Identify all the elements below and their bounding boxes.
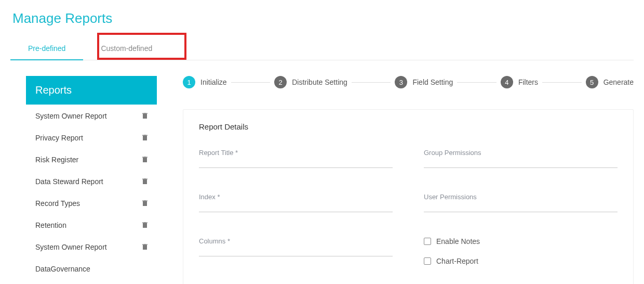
field-label: Columns * [199, 237, 393, 247]
tabs: Pre-defined Custom-defined [10, 37, 634, 60]
step-initialize[interactable]: 1 Initialize [183, 76, 227, 88]
sidebar-item-risk-register[interactable]: Risk Register [26, 148, 157, 170]
svg-rect-2 [144, 113, 146, 113]
trash-icon[interactable] [142, 200, 147, 206]
field-label: User Permissions [424, 193, 618, 203]
sidebar-item-label: Privacy Report [35, 134, 83, 142]
svg-rect-5 [144, 135, 146, 135]
svg-rect-18 [143, 245, 147, 250]
reports-sidebar: Reports System Owner Report Privacy Repo… [26, 76, 157, 284]
sidebar-item-system-owner-report[interactable]: System Owner Report [26, 105, 157, 126]
step-label: Initialize [200, 78, 227, 86]
field-label: Index * [199, 193, 393, 203]
step-generate[interactable]: 5 Generate [586, 76, 634, 88]
step-number: 5 [586, 76, 598, 88]
sidebar-item-label: System Owner Report [35, 112, 107, 120]
svg-rect-0 [143, 114, 147, 119]
step-divider [457, 82, 497, 83]
sidebar-item-label: System Owner Report [35, 243, 107, 251]
step-divider [231, 82, 271, 83]
user-permissions-field[interactable]: User Permissions [424, 193, 618, 212]
step-field-setting[interactable]: 3 Field Setting [395, 76, 453, 88]
trash-icon[interactable] [142, 135, 147, 141]
step-distribute-setting[interactable]: 2 Distribute Setting [274, 76, 347, 88]
step-label: Filters [518, 78, 538, 86]
group-permissions-field[interactable]: Group Permissions [424, 149, 618, 168]
columns-field[interactable]: Columns * [199, 237, 393, 256]
svg-rect-11 [144, 178, 146, 179]
svg-rect-3 [143, 136, 147, 140]
sidebar-item-label: Record Types [35, 199, 80, 208]
svg-rect-20 [144, 244, 146, 244]
svg-rect-6 [143, 158, 147, 162]
sidebar-item-data-steward-report[interactable]: Data Steward Report [26, 170, 157, 192]
svg-rect-17 [144, 222, 146, 223]
trash-icon[interactable] [142, 222, 147, 228]
svg-rect-15 [143, 223, 147, 228]
step-label: Distribute Setting [292, 78, 347, 86]
sidebar-item-system-owner-report-2[interactable]: System Owner Report [26, 236, 157, 257]
checkbox-label: Chart-Report [436, 257, 478, 265]
sidebar-item-label: Retention [35, 221, 66, 229]
checkbox-icon [424, 238, 431, 245]
step-number: 1 [183, 76, 195, 88]
sidebar-item-privacy-report[interactable]: Privacy Report [26, 126, 157, 148]
svg-rect-14 [144, 200, 146, 201]
index-field[interactable]: Index * [199, 193, 393, 212]
trash-icon[interactable] [142, 244, 147, 250]
stepper: 1 Initialize 2 Distribute Setting 3 Fiel… [183, 76, 634, 88]
step-number: 3 [395, 76, 407, 88]
checkbox-icon [424, 257, 431, 265]
field-label: Report Title * [199, 149, 393, 159]
step-filters[interactable]: 4 Filters [501, 76, 538, 88]
trash-icon[interactable] [142, 178, 147, 185]
enable-notes-checkbox[interactable]: Enable Notes [424, 237, 618, 246]
sidebar-item-record-types[interactable]: Record Types [26, 192, 157, 214]
report-title-field[interactable]: Report Title * [199, 149, 393, 168]
svg-rect-9 [143, 179, 147, 184]
sidebar-item-label: Risk Register [35, 156, 78, 164]
step-divider [542, 82, 582, 83]
card-title: Report Details [199, 122, 618, 131]
chart-report-checkbox[interactable]: Chart-Report [424, 257, 618, 265]
sidebar-item-label: DataGovernance [35, 265, 90, 273]
svg-rect-8 [144, 157, 146, 157]
svg-rect-12 [143, 201, 147, 206]
step-number: 4 [501, 76, 513, 88]
field-label: Group Permissions [424, 149, 618, 159]
step-number: 2 [274, 76, 287, 88]
sidebar-item-datagovernance[interactable]: DataGovernance [26, 257, 157, 274]
tab-custom[interactable]: Custom-defined [83, 37, 170, 60]
step-divider [352, 82, 391, 83]
trash-icon[interactable] [142, 157, 147, 163]
checkbox-label: Enable Notes [436, 237, 480, 246]
sidebar-item-label: Data Steward Report [35, 177, 103, 186]
sidebar-item-retention[interactable]: Retention [26, 214, 157, 236]
report-details-card: Report Details Report Title * Group Perm… [183, 109, 634, 284]
page-title: Manage Reports [12, 10, 634, 27]
tab-predefined[interactable]: Pre-defined [10, 37, 83, 60]
step-label: Field Setting [412, 78, 453, 86]
sidebar-header: Reports [26, 76, 157, 105]
trash-icon[interactable] [142, 113, 147, 119]
step-label: Generate [603, 78, 634, 86]
